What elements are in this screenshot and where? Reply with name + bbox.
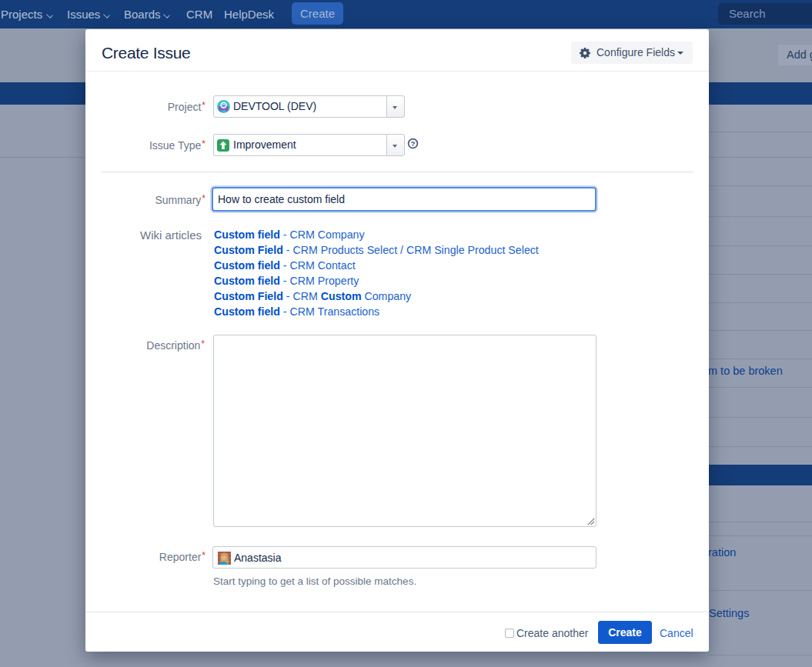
svg-text:?: ? — [411, 139, 416, 148]
